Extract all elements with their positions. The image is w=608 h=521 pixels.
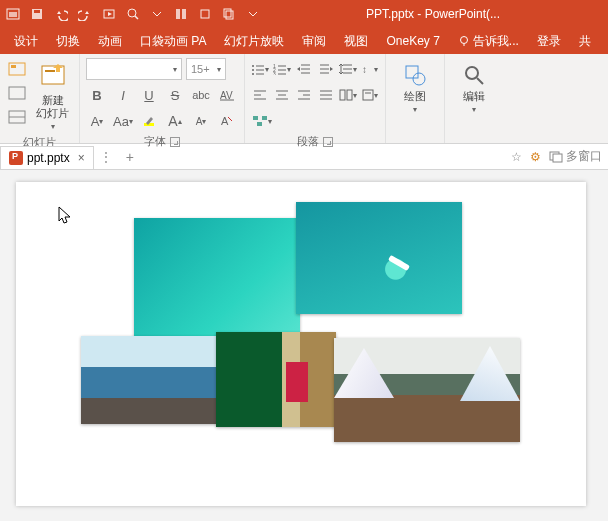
slide-canvas-area[interactable] [0, 170, 608, 521]
text-direction-button[interactable]: ↕▾ [361, 58, 379, 80]
svg-rect-59 [347, 90, 352, 100]
login-link[interactable]: 登录 [529, 29, 569, 54]
underline-button[interactable]: U [138, 84, 160, 106]
tab-menu-button[interactable]: ⋮ [94, 144, 118, 169]
tab-transitions[interactable]: 切换 [48, 29, 88, 54]
svg-rect-16 [9, 87, 25, 99]
new-slide-button[interactable]: 新建 幻灯片 ▾ [32, 58, 73, 133]
copy-qat-icon[interactable] [220, 5, 238, 23]
character-spacing-button[interactable]: AV [216, 84, 238, 106]
decrease-indent-button[interactable] [295, 58, 313, 80]
font-color-button[interactable]: A▾ [86, 110, 108, 132]
text-shadow-button[interactable]: abc [190, 84, 212, 106]
undo-icon[interactable] [52, 5, 70, 23]
share-button[interactable]: 共 [571, 29, 599, 54]
paragraph-dialog-launcher[interactable] [323, 137, 333, 147]
group-paragraph: ▾ 123▾ ▾ ↕▾ ▾ ▾ ▾ [245, 54, 386, 143]
more-qat-icon[interactable] [244, 5, 262, 23]
multi-window-button[interactable]: 多窗口 [549, 148, 602, 165]
section-icon[interactable] [6, 106, 28, 128]
group-font-label: 字体 [144, 134, 166, 149]
tab-review[interactable]: 审阅 [294, 29, 334, 54]
customize-qat-icon[interactable] [148, 5, 166, 23]
svg-point-26 [252, 69, 254, 71]
svg-point-66 [413, 73, 425, 85]
align-left-button[interactable] [251, 84, 269, 106]
increase-font-button[interactable]: A▴ [164, 110, 186, 132]
align-text-button[interactable]: ▾ [361, 84, 379, 106]
bold-button[interactable]: B [86, 84, 108, 106]
document-tab[interactable]: ppt.pptx × [0, 146, 94, 169]
clear-formatting-button[interactable]: A [216, 110, 238, 132]
add-tab-button[interactable]: + [118, 144, 142, 169]
svg-point-67 [466, 67, 478, 79]
gear-icon[interactable]: ⚙ [530, 150, 541, 164]
decrease-font-button[interactable]: A▾ [190, 110, 212, 132]
svg-rect-19 [42, 66, 64, 84]
tab-animations[interactable]: 动画 [90, 29, 130, 54]
svg-line-68 [477, 78, 483, 84]
image-coast[interactable] [81, 336, 231, 424]
font-size-combo[interactable]: 15+▾ [186, 58, 226, 80]
image-ocean-boat[interactable] [296, 202, 462, 314]
group-font: ▾ 15+▾ B I U S abc AV A▾ Aa▾ A▴ A▾ [80, 54, 245, 143]
tell-me[interactable]: 告诉我... [450, 29, 527, 54]
svg-line-6 [135, 16, 138, 19]
save-icon[interactable] [28, 5, 46, 23]
italic-button[interactable]: I [112, 84, 134, 106]
tab-design[interactable]: 设计 [6, 29, 46, 54]
font-family-combo[interactable]: ▾ [86, 58, 182, 80]
columns-button[interactable]: ▾ [339, 84, 357, 106]
increase-indent-button[interactable] [317, 58, 335, 80]
svg-rect-63 [262, 116, 267, 120]
chevron-down-icon: ▾ [51, 122, 55, 131]
pin-icon[interactable]: ☆ [511, 150, 522, 164]
numbering-button[interactable]: 123▾ [273, 58, 291, 80]
strikethrough-button[interactable]: S [164, 84, 186, 106]
powerpoint-icon [9, 151, 23, 165]
svg-rect-7 [176, 9, 180, 19]
drawing-label: 绘图 [404, 90, 426, 103]
font-dialog-launcher[interactable] [170, 137, 180, 147]
line-spacing-button[interactable]: ▾ [339, 58, 357, 80]
svg-rect-9 [201, 10, 209, 18]
svg-rect-3 [34, 10, 40, 13]
tab-view[interactable]: 视图 [336, 29, 376, 54]
group-slides: 新建 幻灯片 ▾ 幻灯片 [0, 54, 80, 143]
start-from-beginning-icon[interactable] [100, 5, 118, 23]
cursor-icon [58, 206, 72, 224]
extra-qat-icon[interactable] [196, 5, 214, 23]
control-menu-icon[interactable] [4, 5, 22, 23]
redo-icon[interactable] [76, 5, 94, 23]
reset-icon[interactable] [6, 82, 28, 104]
preview-icon[interactable] [124, 5, 142, 23]
image-palm[interactable] [216, 332, 336, 427]
highlight-button[interactable] [138, 110, 160, 132]
close-tab-button[interactable]: × [78, 151, 85, 165]
svg-point-28 [252, 73, 254, 75]
group-paragraph-label: 段落 [297, 134, 319, 149]
layout-icon[interactable] [6, 58, 28, 80]
svg-rect-1 [9, 12, 17, 17]
svg-rect-70 [553, 154, 562, 162]
justify-button[interactable] [317, 84, 335, 106]
svg-rect-11 [224, 9, 231, 17]
drawing-button[interactable]: 绘图 ▾ [398, 60, 432, 116]
change-case-button[interactable]: Aa▾ [112, 110, 134, 132]
document-tab-label: ppt.pptx [27, 151, 70, 165]
touch-mode-icon[interactable] [172, 5, 190, 23]
svg-rect-10 [226, 11, 233, 19]
slide[interactable] [16, 182, 586, 506]
tab-onekey[interactable]: OneKey 7 [378, 30, 447, 52]
convert-smartart-button[interactable]: ▾ [251, 110, 273, 132]
align-right-button[interactable] [295, 84, 313, 106]
align-center-button[interactable] [273, 84, 291, 106]
image-fjord[interactable] [334, 338, 520, 442]
bullets-button[interactable]: ▾ [251, 58, 269, 80]
svg-rect-8 [182, 9, 186, 19]
editing-button[interactable]: 编辑 ▾ [457, 60, 491, 116]
svg-rect-14 [9, 63, 25, 75]
svg-text:↕: ↕ [362, 64, 367, 75]
tab-pocket-anim[interactable]: 口袋动画 PA [132, 29, 214, 54]
tab-slideshow[interactable]: 幻灯片放映 [216, 29, 292, 54]
